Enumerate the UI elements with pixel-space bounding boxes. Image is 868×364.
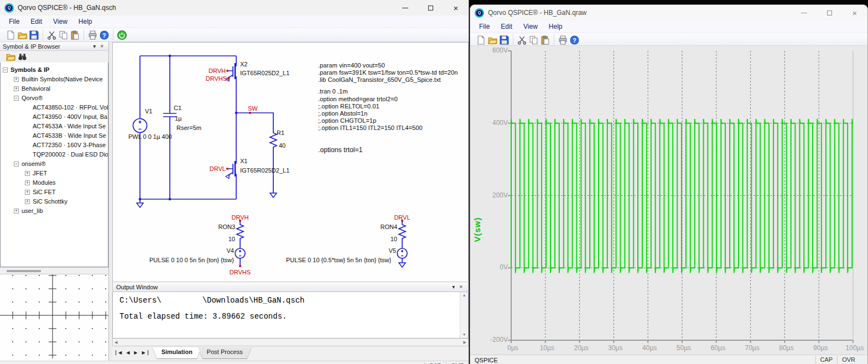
expand-icon[interactable]: + <box>25 199 30 204</box>
expand-icon[interactable]: + <box>25 190 30 195</box>
titlebar[interactable]: Qorvo QSPICE® - HB_GaN.qsch × <box>0 0 469 15</box>
expand-icon[interactable]: + <box>14 86 19 91</box>
v5-ground <box>399 263 406 267</box>
tree-item-act4533a-wide-input-se[interactable]: ACT4533A · Wide Input Se <box>1 122 108 131</box>
new-file-icon[interactable] <box>476 35 486 45</box>
scrollbar-thumb[interactable] <box>7 270 41 272</box>
next-tab-icon[interactable]: ▶ <box>132 350 139 355</box>
copy-icon[interactable] <box>529 35 538 45</box>
v5-source-symbol <box>397 248 407 258</box>
symbol-preview-pane[interactable] <box>0 274 108 361</box>
prev-tab-icon[interactable]: ◀ <box>124 350 132 355</box>
plot-canvas[interactable] <box>511 51 853 340</box>
tree-item-user-lib[interactable]: +user_lib <box>1 206 108 216</box>
help-icon[interactable]: ? <box>100 30 109 40</box>
menu-item-file[interactable]: File <box>3 15 25 28</box>
collapse-icon[interactable]: − <box>3 67 8 72</box>
waveform-plot-area[interactable]: V(sw) 600V400V200V0V-200V 0µs10µs20µs30µ… <box>470 45 867 355</box>
menu-item-edit[interactable]: Edit <box>495 20 518 33</box>
output-log[interactable]: C:\Users\\Downloads\HB_GaN.qsch Total el… <box>112 292 469 339</box>
open-folder-icon[interactable] <box>6 52 15 61</box>
tree-item-jfet[interactable]: +JFET <box>1 169 108 178</box>
new-file-icon[interactable] <box>6 30 15 40</box>
first-tab-icon[interactable]: ◀ <box>116 350 124 355</box>
collapse-icon[interactable]: − <box>14 96 19 101</box>
open-folder-icon[interactable] <box>488 35 497 45</box>
schematic-canvas[interactable]: V1 PWL 0 0 1µ 400 C1 1µ Rser=5m X2 IGT65… <box>112 42 469 282</box>
status-overwrite-indicator: OVR <box>837 356 860 363</box>
tree-item-symbols-ip[interactable]: −Symbols & IP <box>1 65 108 75</box>
tree-item-sic-schottky[interactable]: +SiC Schottky <box>1 197 108 206</box>
run-icon[interactable] <box>117 30 127 40</box>
r1-resistor <box>270 131 277 150</box>
menu-item-view[interactable]: View <box>48 15 73 28</box>
directive: .options trtol=1 <box>318 146 363 154</box>
status-app-name: QSPICE <box>470 357 815 363</box>
tab-simulation[interactable]: Simulation <box>153 347 201 358</box>
x2-source <box>235 77 236 113</box>
expand-icon[interactable]: + <box>25 171 30 176</box>
expand-icon[interactable]: + <box>14 209 19 214</box>
symbol-ip-browser-panel: Symbol & IP Browser ▾ × −Symbols & IP+Bu… <box>0 42 109 361</box>
r1-ground <box>270 193 277 197</box>
c1-value: 1µ <box>175 115 182 122</box>
last-tab-icon[interactable]: ▶ <box>139 350 148 355</box>
collapse-icon[interactable]: − <box>14 162 19 167</box>
maximize-button[interactable] <box>817 5 842 20</box>
maximize-button[interactable] <box>418 0 443 15</box>
save-icon[interactable] <box>500 35 509 45</box>
cut-icon[interactable] <box>517 35 527 45</box>
tree-item-act43850-102-rfpol-vol[interactable]: ACT43850-102 · RFPoL Vol <box>1 103 108 112</box>
scroll-right-icon[interactable]: ▶ <box>464 340 466 345</box>
output-vertical-scrollbar[interactable]: ▲ ▼ <box>460 292 468 338</box>
tree-item-onsemi[interactable]: −onsemi® <box>1 159 108 169</box>
cut-icon[interactable] <box>47 30 56 40</box>
paste-icon[interactable] <box>540 35 550 45</box>
save-icon[interactable] <box>29 30 39 40</box>
menu-item-help[interactable]: Help <box>73 15 98 28</box>
window-title: Qorvo QSPICE® - HB_GaN.qraw <box>488 9 586 17</box>
menu-item-view[interactable]: View <box>518 20 543 33</box>
help-icon[interactable]: ? <box>570 35 579 45</box>
menu-item-edit[interactable]: Edit <box>25 15 48 28</box>
titlebar[interactable]: Qorvo QSPICE® - HB_GaN.qraw × <box>470 5 867 20</box>
close-button[interactable]: × <box>842 5 867 20</box>
scroll-down-icon[interactable]: ▼ <box>463 332 465 337</box>
tree-horizontal-scrollbar[interactable] <box>0 267 108 274</box>
tree-item-modules[interactable]: +Modules <box>1 178 108 188</box>
tree-item-qorvo[interactable]: −Qorvo® <box>1 93 108 103</box>
resize-grip[interactable] <box>860 355 867 364</box>
tab-post-process[interactable]: Post Process <box>198 347 252 358</box>
tree-item-label: onsemi® <box>22 159 46 169</box>
paste-icon[interactable] <box>70 30 80 40</box>
symbol-tree[interactable]: −Symbols & IP+Builtin Symbols(Native Dev… <box>0 63 108 267</box>
minimize-button[interactable] <box>791 5 817 20</box>
tree-item-act72350-160v-3-phase-i[interactable]: ACT72350 · 160V 3-Phase I <box>1 141 108 150</box>
scroll-left-icon[interactable]: ◀ <box>115 340 117 345</box>
expand-icon[interactable]: + <box>25 180 30 185</box>
print-icon[interactable] <box>558 35 568 45</box>
tree-item-act4533b-wide-input-se[interactable]: ACT4533B · Wide Input Se <box>1 131 108 141</box>
scroll-up-icon[interactable]: ▲ <box>463 293 465 298</box>
output-dropdown-button[interactable]: ▾ <box>450 284 457 290</box>
tree-item-builtin-symbols-native-device[interactable]: +Builtin Symbols(Native Device <box>1 75 108 84</box>
close-button[interactable]: × <box>443 0 469 15</box>
copy-icon[interactable] <box>59 30 68 40</box>
tree-item-tqp200002-dual-esd-dio[interactable]: TQP200002 · Dual ESD Dio <box>1 150 108 159</box>
output-close-button[interactable]: × <box>457 284 465 290</box>
tree-item-behavioral[interactable]: +Behavioral <box>1 84 108 93</box>
ron3-value: 10 <box>228 236 235 242</box>
expand-icon[interactable]: + <box>14 77 19 82</box>
x-tick-label: 10µs <box>534 344 560 352</box>
panel-close-button[interactable]: × <box>98 43 106 49</box>
print-icon[interactable] <box>88 30 97 40</box>
tree-item-sic-fet[interactable]: +SiC FET <box>1 188 108 197</box>
minimize-button[interactable] <box>392 0 418 15</box>
menu-item-file[interactable]: File <box>474 20 495 33</box>
output-horizontal-scrollbar[interactable]: ◀ ▶ <box>112 339 469 346</box>
binoculars-icon[interactable] <box>18 52 27 61</box>
menu-item-help[interactable]: Help <box>543 20 568 33</box>
open-folder-icon[interactable] <box>18 30 27 40</box>
panel-dropdown-button[interactable]: ▾ <box>91 43 98 49</box>
tree-item-act43950-400v-input-ba[interactable]: ACT43950 · 400V Input, Ba <box>1 112 108 122</box>
